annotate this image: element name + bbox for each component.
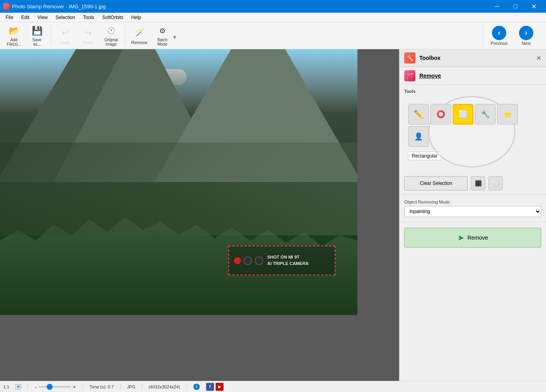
status-bar: 1:1 ⊞ - + Time (s): 0.7 JPG (4032x3024x2… (0, 381, 546, 392)
toolbox-header: ✏️ Toolbox ✕ (399, 49, 546, 67)
window-controls: ─ □ ✕ (488, 0, 543, 13)
tooltip-container: Rectangular (408, 150, 537, 162)
toolbox-icon: ✏️ (404, 52, 415, 63)
mode-select[interactable]: Inpainting Content-Aware Fill Smart Fill (404, 206, 541, 217)
youtube-icon[interactable]: ▶ (216, 383, 224, 391)
tools-label: Tools (404, 89, 541, 94)
remove-toolbar-button[interactable]: 🪄 Remove (129, 24, 150, 47)
add-files-button[interactable]: 📂 AddFile(s)... (3, 24, 25, 47)
toolbox-close-button[interactable]: ✕ (536, 54, 541, 62)
status-sep-2 (83, 384, 83, 390)
zoom-fit-label: ⊞ (17, 385, 20, 388)
tool-star[interactable]: ⭐ (497, 104, 518, 125)
zoom-fit-icon[interactable]: ⊞ (15, 384, 21, 390)
original-label: OriginalImage (104, 38, 118, 46)
dot-red (234, 257, 241, 264)
undo-label: Undo (60, 40, 70, 45)
menu-tools[interactable]: Tools (79, 14, 98, 21)
facebook-icon[interactable]: f (206, 383, 214, 391)
redo-button[interactable]: ↪ Redo (77, 24, 99, 47)
redo-label: Redo (83, 40, 93, 45)
toolbox-title: Toolbox (419, 55, 440, 61)
add-files-label: AddFile(s)... (7, 38, 21, 46)
stamp-dots (234, 256, 263, 265)
next-label: Next (522, 41, 531, 46)
tools-with-circle: ✏️ ⭕ ⬜ 🔧 ⭐ (404, 96, 541, 170)
stamp-icon: 👤 (414, 132, 423, 141)
magic-wand-icon: 🔧 (481, 110, 490, 119)
select-all-icon[interactable]: ⬛ (471, 176, 485, 190)
stamp-text: SHOT ON MI 9T AI TRIPLE CAMERA (267, 254, 309, 267)
save-icon: 💾 (31, 25, 43, 37)
original-image-button[interactable]: 🕐 OriginalImage (100, 24, 122, 47)
status-sep-1 (27, 384, 28, 390)
mode-section: Object Removing Mode Inpainting Content-… (399, 196, 546, 220)
close-button[interactable]: ✕ (525, 0, 543, 13)
batch-mode-button[interactable]: ⚙ BatchMode (152, 24, 173, 47)
menu-edit[interactable]: Edit (17, 14, 33, 21)
nav-section: ‹ Previous › Next (482, 24, 543, 48)
menu-view[interactable]: View (33, 14, 52, 21)
status-dimensions: (4032x3024x24) (149, 384, 180, 389)
dot-dark1 (243, 256, 252, 265)
toolbox-panel: ✏️ Toolbox ✕ 🪄 Remove Tools ✏️ (399, 49, 546, 381)
rocky-details (0, 142, 357, 236)
toolbar: 📂 AddFile(s)... 💾 Saveas... ↩ Undo ↪ Red… (0, 22, 546, 49)
tools-section: Tools ✏️ ⭕ ⬜ (399, 85, 546, 174)
canvas-image[interactable]: SHOT ON MI 9T AI TRIPLE CAMERA (0, 49, 357, 315)
info-icon[interactable]: i (193, 384, 200, 390)
zoom-slider[interactable] (39, 386, 71, 388)
main-area: SHOT ON MI 9T AI TRIPLE CAMERA ✏️ Toolbo… (0, 49, 546, 381)
remove-label: Remove (131, 40, 148, 45)
previous-button[interactable]: ‹ Previous (487, 24, 511, 48)
tool-lasso[interactable]: ⭕ (430, 104, 451, 125)
tool-stamp[interactable]: 👤 (408, 126, 429, 147)
stamp-content: SHOT ON MI 9T AI TRIPLE CAMERA (229, 246, 335, 275)
redo-icon: ↪ (82, 27, 95, 39)
zoom-minus[interactable]: - (34, 384, 37, 389)
divider-2 (399, 222, 546, 222)
deselect-icon[interactable]: ⬜ (488, 176, 503, 190)
tool-pencil[interactable]: ✏️ (408, 104, 429, 125)
stamp-line1: SHOT ON MI 9T (267, 254, 309, 260)
remove-header-icon: 🪄 (404, 70, 415, 81)
batch-label: BatchMode (157, 38, 168, 46)
toolbar-separator-1 (51, 26, 51, 46)
save-as-button[interactable]: 💾 Saveas... (26, 24, 48, 47)
previous-circle: ‹ (492, 26, 506, 40)
previous-label: Previous (491, 41, 508, 46)
clear-selection-button[interactable]: Clear Selection (404, 176, 468, 190)
nav-divider (483, 24, 483, 48)
maximize-button[interactable]: □ (506, 0, 525, 13)
stamp-selection[interactable]: SHOT ON MI 9T AI TRIPLE CAMERA (228, 246, 336, 275)
canvas-area[interactable]: SHOT ON MI 9T AI TRIPLE CAMERA (0, 49, 399, 381)
next-circle: › (519, 26, 533, 40)
status-sep-5 (187, 384, 187, 390)
rectangular-icon: ⬜ (459, 110, 467, 119)
undo-button[interactable]: ↩ Undo (54, 24, 76, 47)
menu-help[interactable]: Help (127, 14, 145, 21)
save-label: Saveas... (33, 38, 42, 46)
minimize-button[interactable]: ─ (488, 0, 506, 13)
remove-action-button[interactable]: ➤ Remove (404, 228, 541, 248)
stamp-line2: AI TRIPLE CAMERA (267, 261, 309, 267)
toolbox-title-row: ✏️ Toolbox (404, 52, 440, 63)
menu-selection[interactable]: Selection (52, 14, 79, 21)
dot-dark2 (255, 256, 263, 265)
next-button[interactable]: › Next (514, 24, 538, 48)
batch-dropdown-arrow[interactable]: ▾ (173, 33, 176, 47)
menu-file[interactable]: File (2, 14, 17, 21)
remove-row: 🪄 Remove (404, 70, 541, 81)
menu-softorbits[interactable]: SoftOrbits (98, 14, 127, 21)
tool-magic-wand[interactable]: 🔧 (475, 104, 496, 125)
status-format: JPG (127, 384, 135, 389)
lasso-icon: ⭕ (436, 110, 445, 119)
tool-rectangular[interactable]: ⬜ (453, 104, 473, 125)
remove-arrow-icon: ➤ (457, 233, 464, 242)
social-links: f ▶ (206, 383, 224, 391)
zoom-plus[interactable]: + (72, 384, 76, 389)
toolbar-separator-2 (125, 26, 125, 46)
remove-header-title: Remove (419, 73, 441, 79)
star-icon: ⭐ (503, 110, 512, 119)
remove-header-section: 🪄 Remove (399, 67, 546, 85)
